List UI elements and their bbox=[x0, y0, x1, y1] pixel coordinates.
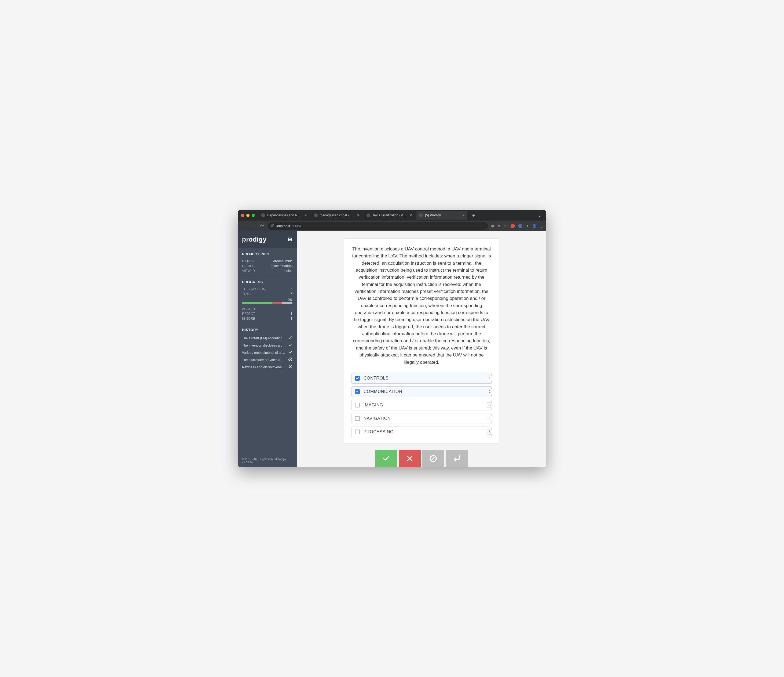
choice-option[interactable]: NAVIGATION4 bbox=[352, 413, 492, 424]
label: DATASET bbox=[242, 259, 257, 263]
section-heading: PROJECT INFO bbox=[242, 252, 292, 256]
browser-tab[interactable]: (5) Prodigy✕ bbox=[417, 211, 467, 220]
extension-icon[interactable] bbox=[510, 224, 515, 228]
brand-name: prodigy bbox=[242, 236, 267, 243]
choice-option[interactable]: COMMUNICATION2 bbox=[352, 386, 492, 397]
checkbox-icon[interactable] bbox=[355, 416, 360, 421]
window-controls[interactable] bbox=[240, 214, 257, 217]
url-input[interactable]: ⓘ localhost:8080 bbox=[268, 222, 488, 230]
checkbox-icon[interactable] bbox=[355, 429, 360, 434]
choice-option[interactable]: CONTROLS1 bbox=[352, 373, 492, 384]
close-tab-icon[interactable]: ✕ bbox=[462, 214, 465, 217]
reject-icon bbox=[288, 365, 292, 370]
browser-tab[interactable]: Text Classification · Prodigy · A✕ bbox=[364, 211, 415, 220]
history-item[interactable]: Newness and distinctiveness i… bbox=[242, 363, 292, 371]
accept-button[interactable] bbox=[375, 450, 397, 467]
section-heading: HISTORY bbox=[242, 328, 292, 332]
accept-icon bbox=[288, 335, 292, 341]
task-text: The invention discloses a UAV control me… bbox=[352, 246, 492, 366]
ignore-segment bbox=[282, 302, 292, 304]
progress-section: PROGRESS THIS SESSION5 TOTAL5 0% ACCEPT3… bbox=[238, 276, 297, 324]
tabs-menu-icon[interactable]: ⌄ bbox=[535, 213, 544, 218]
bookmark-icon[interactable]: ☆ bbox=[504, 224, 507, 228]
close-tab-icon[interactable]: ✕ bbox=[357, 214, 359, 217]
sidebar-footer: © 2017-2022 Explosion (Prodigy v1.11.5) bbox=[238, 454, 297, 467]
choice-label: COMMUNICATION bbox=[364, 389, 402, 394]
menu-icon[interactable]: ⋮ bbox=[540, 224, 544, 228]
label: REJECT bbox=[242, 312, 255, 316]
ignore-button[interactable] bbox=[422, 450, 444, 467]
toolbar-icons: ⊕ ⇧ ☆ ✦ 👤 ⋮ bbox=[491, 224, 544, 228]
accept-icon bbox=[288, 343, 292, 348]
history-item[interactable]: The aircraft (FM) according to … bbox=[242, 334, 292, 342]
label: RECIPE bbox=[242, 264, 255, 268]
history-text: The disclosure provides a syst… bbox=[242, 358, 286, 362]
choice-option[interactable]: IMAGING3 bbox=[352, 400, 492, 410]
browser-tab[interactable]: Dependencies and Relations · P✕ bbox=[259, 211, 310, 220]
hotkey-badge: 2 bbox=[487, 389, 492, 394]
site-info-icon[interactable]: ⓘ bbox=[271, 224, 274, 228]
favicon-icon bbox=[367, 214, 370, 217]
undo-button[interactable] bbox=[446, 450, 468, 467]
hotkey-badge: 3 bbox=[487, 402, 492, 408]
label: THIS SESSION bbox=[242, 287, 266, 291]
action-bar bbox=[375, 448, 468, 467]
tab-label: madagascan copal - Google Se bbox=[320, 214, 355, 217]
history-text: The aircraft (FM) according to … bbox=[242, 336, 286, 340]
project-info-section: PROJECT INFO DATASETdrones_multi RECIPEt… bbox=[238, 248, 297, 276]
search-icon[interactable]: ⊕ bbox=[491, 224, 494, 228]
main-panel: The invention discloses a UAV control me… bbox=[297, 231, 546, 467]
browser-tab[interactable]: madagascan copal - Google Se✕ bbox=[311, 211, 362, 220]
history-item[interactable]: Various embodiments of a syst… bbox=[242, 349, 292, 356]
section-heading: PROGRESS bbox=[242, 280, 292, 284]
choice-label: CONTROLS bbox=[364, 376, 389, 381]
favicon-icon bbox=[261, 214, 265, 217]
checkbox-icon[interactable] bbox=[355, 389, 360, 394]
value: 5 bbox=[291, 292, 292, 296]
history-item[interactable]: The invention discloses a drivi… bbox=[242, 342, 292, 349]
back-button[interactable]: ← bbox=[240, 224, 247, 228]
history-section: HISTORY The aircraft (FM) according to …… bbox=[238, 324, 297, 373]
choice-option[interactable]: PROCESSING5 bbox=[352, 427, 492, 437]
history-text: Various embodiments of a syst… bbox=[242, 351, 286, 355]
svg-line-1 bbox=[289, 358, 291, 360]
tab-strip: Dependencies and Relations · P✕madagasca… bbox=[238, 210, 546, 221]
value: choice bbox=[283, 269, 292, 273]
url-host: localhost bbox=[276, 224, 290, 228]
share-icon[interactable]: ⇧ bbox=[498, 224, 501, 228]
value: 5 bbox=[291, 287, 292, 291]
reject-button[interactable] bbox=[399, 450, 421, 467]
tab-label: (5) Prodigy bbox=[425, 214, 460, 217]
value: 3 bbox=[291, 307, 292, 311]
minimize-window-icon[interactable] bbox=[246, 214, 249, 217]
accept-icon bbox=[288, 350, 292, 355]
label: IGNORE bbox=[242, 317, 255, 320]
reload-button[interactable]: ⟳ bbox=[259, 223, 265, 228]
progress-bar bbox=[242, 302, 292, 304]
maximize-window-icon[interactable] bbox=[252, 214, 255, 217]
label: TOTAL bbox=[242, 292, 252, 296]
checkbox-icon[interactable] bbox=[355, 402, 360, 407]
new-tab-button[interactable]: ＋ bbox=[469, 212, 478, 218]
history-text: Newness and distinctiveness i… bbox=[242, 365, 286, 369]
hotkey-badge: 1 bbox=[487, 376, 492, 381]
save-icon[interactable] bbox=[288, 237, 292, 242]
history-item[interactable]: The disclosure provides a syst… bbox=[242, 356, 292, 363]
choice-label: PROCESSING bbox=[364, 429, 394, 434]
address-bar: ← → ⟳ ⓘ localhost:8080 ⊕ ⇧ ☆ ✦ 👤 ⋮ bbox=[238, 221, 546, 231]
extensions-icon[interactable]: ✦ bbox=[526, 224, 529, 228]
forward-button[interactable]: → bbox=[249, 224, 256, 228]
profile-icon[interactable]: 👤 bbox=[532, 224, 537, 228]
checkbox-icon[interactable] bbox=[355, 376, 360, 381]
value: 1 bbox=[291, 317, 292, 320]
extension-icon[interactable] bbox=[518, 224, 523, 228]
history-text: The invention discloses a drivi… bbox=[242, 343, 286, 347]
close-window-icon[interactable] bbox=[241, 214, 244, 217]
close-tab-icon[interactable]: ✕ bbox=[409, 214, 412, 217]
app-body: prodigy PROJECT INFO DATASETdrones_multi… bbox=[238, 231, 546, 467]
choice-label: IMAGING bbox=[364, 402, 383, 407]
tab-label: Dependencies and Relations · P bbox=[267, 214, 302, 217]
svg-line-7 bbox=[431, 457, 436, 461]
close-tab-icon[interactable]: ✕ bbox=[304, 214, 307, 217]
tab-label: Text Classification · Prodigy · A bbox=[372, 214, 407, 217]
